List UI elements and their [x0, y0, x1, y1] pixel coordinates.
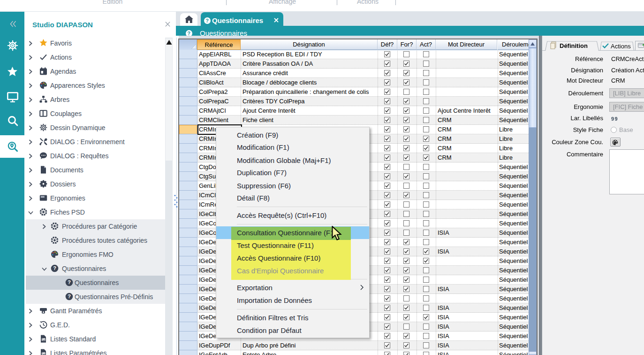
svg-text:?: ?	[68, 279, 71, 285]
svg-text:?: ?	[68, 293, 71, 299]
svg-text:?: ?	[53, 265, 56, 271]
